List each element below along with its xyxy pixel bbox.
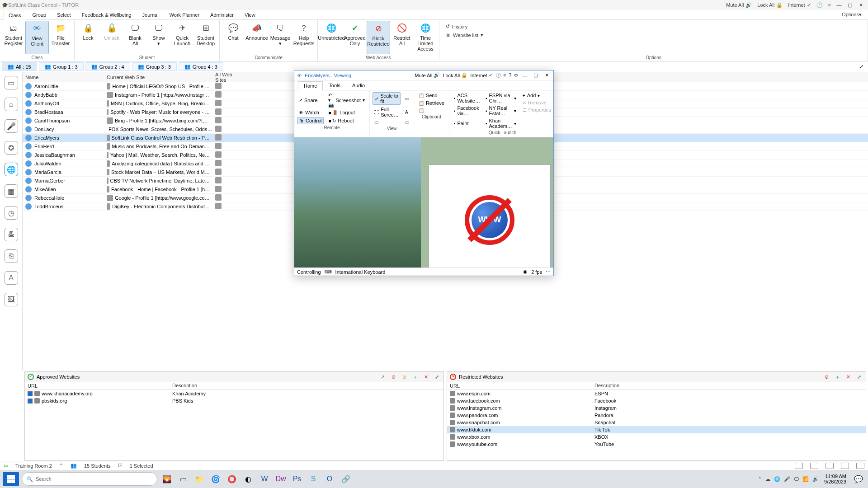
mic-tray-icon[interactable]: 🎤 xyxy=(784,476,790,482)
send-button[interactable]: 📋 Send xyxy=(417,92,446,99)
ql-item-4[interactable]: ▪ Paint xyxy=(452,117,482,129)
viewer-maximize[interactable]: ▢ xyxy=(532,72,540,78)
weather-widget[interactable]: 🌄 xyxy=(160,472,174,486)
file-explorer[interactable]: 📁 xyxy=(193,472,206,486)
chat-button[interactable]: 💬Chat xyxy=(222,21,245,54)
menu-tab-administer[interactable]: Administer xyxy=(206,11,238,19)
screenshot-button[interactable]: ↶ ▾ 📷 Screenshot ▾ xyxy=(326,92,367,108)
clock-icon[interactable]: 🕑 xyxy=(816,2,823,8)
history-button[interactable]: ↺History xyxy=(446,23,861,29)
viewer-minimize[interactable]: ― xyxy=(521,73,529,78)
options-button[interactable]: Options▾ xyxy=(839,12,864,18)
maximize-button[interactable]: ▢ xyxy=(844,2,855,8)
viewer-mute-all[interactable]: Mute All🔊 xyxy=(415,72,440,78)
student-desktop-button[interactable]: ⊞StudentDesktop xyxy=(194,21,217,54)
block-restricted-button[interactable]: ⊘BlockRestricted xyxy=(367,21,390,54)
menu-icon[interactable]: ≡ xyxy=(504,73,506,78)
ql-add[interactable]: + Add ▾ xyxy=(521,92,553,99)
clipboard-extra[interactable]: 📋 xyxy=(417,108,446,113)
rail-mic[interactable]: 🎤 xyxy=(5,119,18,133)
edge-browser[interactable]: 🌀 xyxy=(209,472,222,486)
group-3[interactable]: 👥Group 3 : 3 xyxy=(132,62,177,71)
restricted-row[interactable]: www.pandora.comPandora xyxy=(447,412,866,419)
rail-print[interactable]: 🖶 xyxy=(5,228,18,241)
volume-icon[interactable]: 🔊 xyxy=(812,476,819,482)
ql-properties[interactable]: ☰ Properties xyxy=(521,107,553,113)
approved-col-desc[interactable]: Description xyxy=(170,382,443,389)
col-name[interactable]: Name xyxy=(23,75,104,80)
restricted-row[interactable]: www.xbox.comXBOX xyxy=(447,433,866,441)
ql-item-0[interactable]: ▪ ACS Website… xyxy=(452,92,482,104)
restrict-all-button[interactable]: 🚫RestrictAll xyxy=(390,21,414,54)
expand-icon[interactable]: ⤢ xyxy=(855,373,863,381)
block-icon[interactable]: ⊘ xyxy=(822,373,830,381)
menu-tab-group[interactable]: Group xyxy=(28,11,51,19)
photoshop-app[interactable]: Ps xyxy=(290,472,304,486)
website-list-dropdown[interactable]: 🗎Website list ▾ xyxy=(446,32,861,38)
restricted-row[interactable]: www.facebook.comFacebook xyxy=(447,397,866,404)
view-btn-b[interactable]: A xyxy=(403,106,411,118)
view-mode-3[interactable] xyxy=(826,463,834,469)
notifications-button[interactable]: 💬 xyxy=(852,472,865,486)
viewer-screen[interactable]: WWW xyxy=(294,137,553,267)
student-register-button[interactable]: 🗂StudentRegister xyxy=(2,21,25,54)
lock-all-toggle[interactable]: Lock All🔒 xyxy=(757,2,783,8)
restricted-col-url[interactable]: URL xyxy=(447,382,592,389)
view-mode-2[interactable] xyxy=(810,463,818,469)
view-mode-5[interactable] xyxy=(856,463,864,469)
add-icon[interactable]: ＋ xyxy=(411,373,419,381)
view-btn-d[interactable]: ▭ xyxy=(403,119,411,125)
view-mode-4[interactable] xyxy=(841,463,849,469)
gear-icon[interactable]: ⚙ xyxy=(514,73,518,78)
start-button[interactable] xyxy=(3,472,19,486)
minimize-button[interactable]: ― xyxy=(834,2,844,8)
block-icon[interactable]: ⊘ xyxy=(389,373,397,381)
room-label[interactable]: Training Room 2 xyxy=(15,463,52,469)
menu-icon[interactable]: ≡ xyxy=(828,2,831,8)
expand-icon[interactable]: ⤢ xyxy=(857,64,866,70)
menu-tab-select[interactable]: Select xyxy=(52,11,75,19)
help-requests-button[interactable]: ？HelpRequests xyxy=(292,21,316,54)
group-4[interactable]: 👥Group 4 : 3 xyxy=(179,62,223,71)
ql-remove[interactable]: ✕ Remove xyxy=(521,99,553,106)
unlock-button[interactable]: 🔓Unlock xyxy=(100,21,123,54)
group-all[interactable]: 👥All : 15 xyxy=(2,62,37,71)
file-transfer-button[interactable]: 📁FileTransfer xyxy=(49,21,72,54)
close-button[interactable]: ✕ xyxy=(855,2,866,8)
onedrive-icon[interactable]: ☁ xyxy=(765,476,770,482)
col-current[interactable]: Current Web Site xyxy=(104,75,212,80)
view-btn-a[interactable]: ▭ xyxy=(403,92,411,105)
restricted-row[interactable]: www.snapchat.comSnapchat xyxy=(447,419,866,426)
outlook-app[interactable]: O xyxy=(323,472,336,486)
full-screen[interactable]: ⛶ Full Scree… xyxy=(373,106,401,118)
approved-row[interactable]: pbskids.orgPBS Kids xyxy=(25,397,443,404)
viewer-internet[interactable]: Internet✔ xyxy=(470,72,492,78)
menu-tab-journal[interactable]: Journal xyxy=(138,11,163,19)
show-button[interactable]: 🖵Show▾ xyxy=(147,21,170,54)
dreamweaver-app[interactable]: Dw xyxy=(274,472,288,486)
unrestricted-button[interactable]: 🌐Unrestricted xyxy=(320,21,343,54)
rail-globe[interactable]: 🌐 xyxy=(5,163,18,176)
chrome-browser[interactable]: ⭕ xyxy=(225,472,239,486)
ql-item-2[interactable]: ▪ Facebook via… xyxy=(452,105,482,117)
task-view[interactable]: ▭ xyxy=(176,472,190,486)
time-limited-button[interactable]: 🌐Time LimitedAccess xyxy=(414,21,437,54)
rail-badge[interactable]: ✪ xyxy=(5,141,18,155)
checkbox[interactable] xyxy=(28,399,33,404)
rail-text[interactable]: A xyxy=(5,271,18,285)
approved-only-button[interactable]: ✔ApprovedOnly xyxy=(343,21,367,54)
chevron-up-icon[interactable]: ⌃ xyxy=(758,476,762,482)
chevron-up-icon[interactable]: ⌃ xyxy=(59,463,63,469)
announce-button[interactable]: 📣Announce xyxy=(245,21,269,54)
restricted-row[interactable]: www.youtube.comYouTube xyxy=(447,441,866,448)
restricted-row[interactable]: www.instagram.comInstagram xyxy=(447,404,866,412)
reboot-button[interactable]: ■ ↻ Reboot xyxy=(326,117,367,124)
rail-home[interactable]: ⌂ xyxy=(5,98,18,111)
rail-usb[interactable]: ⎘ xyxy=(5,249,18,263)
viewer-lock-all[interactable]: Lock All🔒 xyxy=(443,72,467,78)
globe-tray-icon[interactable]: 🌐 xyxy=(774,476,780,482)
viewer-tab-tools[interactable]: Tools xyxy=(323,81,346,90)
rail-calendar[interactable]: ▦ xyxy=(5,184,18,198)
rail-clock[interactable]: ◷ xyxy=(5,206,18,220)
menu-tab-class[interactable]: Class xyxy=(4,11,26,20)
